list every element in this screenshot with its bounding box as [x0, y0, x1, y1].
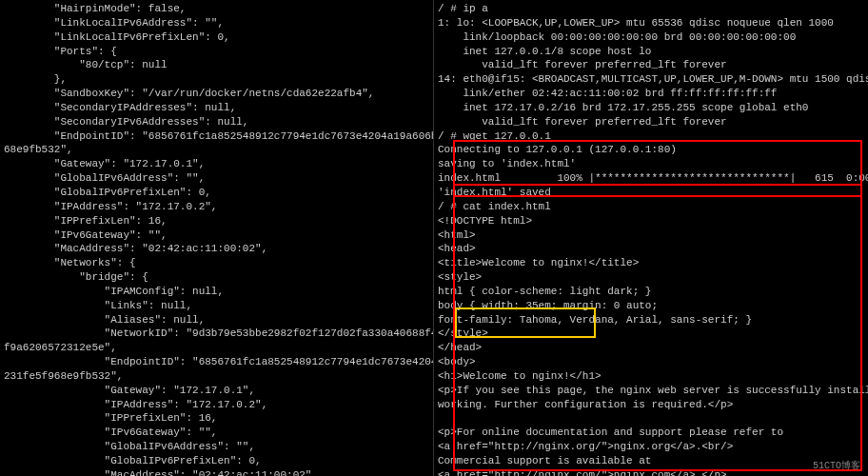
json-output: "HairpinMode": false, "LinkLocalIPv6Addr…	[4, 2, 429, 476]
right-terminal-pane[interactable]: / # ip a1: lo: <LOOPBACK,UP,LOWER_UP> mt…	[434, 0, 868, 476]
left-terminal-pane[interactable]: "HairpinMode": false, "LinkLocalIPv6Addr…	[0, 0, 434, 476]
shell-output: / # ip a1: lo: <LOOPBACK,UP,LOWER_UP> mt…	[438, 2, 864, 476]
watermark-text: 51CTO博客	[813, 460, 860, 473]
